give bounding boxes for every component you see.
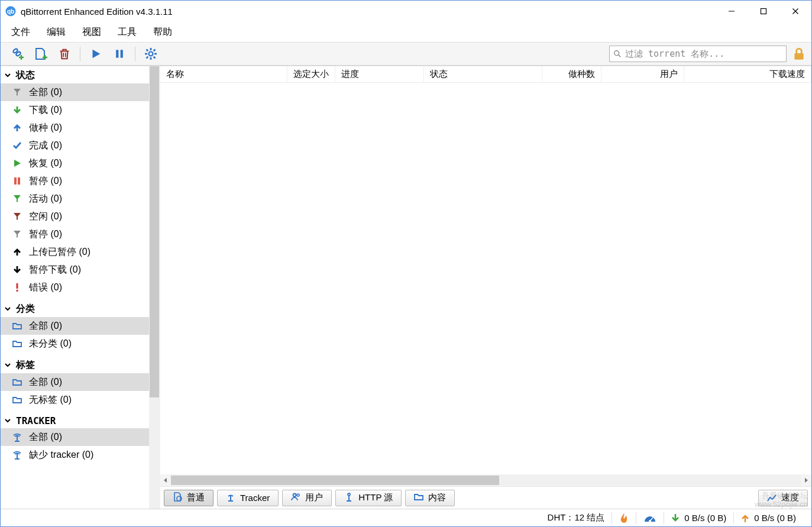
sidebar-item-label: 全部 (0)	[29, 86, 62, 99]
sidebar-item-label: 恢复 (0)	[29, 157, 62, 170]
sidebar-section-header[interactable]: 状态	[1, 67, 149, 83]
sidebar-item[interactable]: 无标签 (0)	[1, 391, 149, 409]
svg-rect-27	[794, 53, 803, 60]
chevron-down-icon	[4, 360, 11, 371]
sidebar-scroll-thumb[interactable]	[150, 66, 159, 397]
sidebar-section-header[interactable]: 标签	[1, 357, 149, 373]
svg-line-21	[147, 50, 148, 51]
add-torrent-button[interactable]	[30, 44, 51, 63]
svg-rect-28	[14, 177, 17, 185]
tab-Tracker[interactable]: Tracker	[217, 490, 279, 506]
sidebar-item[interactable]: 空闲 (0)	[1, 208, 149, 225]
funnel-maroon-icon	[11, 212, 23, 221]
arrow-up-black-icon	[11, 247, 23, 257]
sidebar-item[interactable]: 活动 (0)	[1, 190, 149, 208]
status-upload[interactable]: 0 B/s (0 B)	[734, 513, 803, 523]
sidebar-item[interactable]: 恢复 (0)	[1, 154, 149, 172]
sidebar-item[interactable]: 上传已暂停 (0)	[1, 243, 149, 261]
sidebar-item-label: 暂停 (0)	[29, 175, 62, 187]
sidebar-item[interactable]: 全部 (0)	[1, 373, 149, 391]
sidebar-item[interactable]: 错误 (0)	[1, 279, 149, 296]
tracker-blue-icon	[11, 450, 23, 460]
sidebar-item[interactable]: 全部 (0)	[1, 428, 149, 446]
menu-tools[interactable]: 工具	[109, 24, 145, 41]
http-icon	[344, 492, 354, 503]
sidebar-item[interactable]: 全部 (0)	[1, 317, 149, 335]
torrent-list[interactable]	[160, 83, 811, 474]
sidebar-item[interactable]: 下载 (0)	[1, 101, 149, 119]
bang-red-icon	[11, 283, 23, 292]
scroll-left-button[interactable]	[160, 475, 171, 486]
column-headers[interactable]: 名称 选定大小 进度 状态 做种数 用户 下载速度	[160, 66, 811, 83]
tab-用户[interactable]: 用户	[282, 490, 332, 506]
maximize-button[interactable]	[748, 1, 779, 22]
col-name[interactable]: 名称	[160, 66, 287, 82]
sidebar-section-title: 分类	[16, 303, 35, 315]
status-download[interactable]: 0 B/s (0 B)	[664, 513, 733, 523]
status-dht[interactable]: DHT：12 结点	[541, 512, 612, 523]
sidebar-item[interactable]: 暂停 (0)	[1, 225, 149, 243]
sidebar-item[interactable]: 缺少 tracker (0)	[1, 446, 149, 464]
scroll-track[interactable]	[171, 475, 801, 486]
pause-red-icon	[11, 176, 23, 186]
watermark: 吾爱破解论坛 www.52pojie.cn	[755, 492, 808, 509]
svg-line-26	[619, 55, 621, 57]
col-peers[interactable]: 用户	[601, 66, 684, 82]
svg-rect-3	[761, 9, 766, 14]
col-status[interactable]: 状态	[424, 66, 542, 82]
sidebar-section-title: 标签	[16, 359, 35, 371]
sidebar-item[interactable]: 暂停 (0)	[1, 172, 149, 190]
col-size[interactable]: 选定大小	[287, 66, 335, 82]
close-button[interactable]	[779, 1, 811, 22]
col-seeds[interactable]: 做种数	[542, 66, 601, 82]
tab-内容[interactable]: 内容	[405, 490, 455, 506]
col-dlspeed[interactable]: 下载速度	[684, 66, 811, 82]
svg-point-16	[149, 52, 153, 56]
tracker-blue-icon	[11, 432, 23, 442]
tab-普通[interactable]: 普通	[164, 490, 213, 506]
settings-button[interactable]	[140, 44, 161, 63]
scroll-right-button[interactable]	[801, 475, 811, 486]
pause-button[interactable]	[109, 44, 130, 63]
sidebar-item-label: 下载 (0)	[29, 104, 62, 117]
sidebar-item[interactable]: 全部 (0)	[1, 83, 149, 101]
flame-icon	[619, 513, 629, 523]
main-panel: 名称 选定大小 进度 状态 做种数 用户 下载速度 普通Tracker用户HTT…	[160, 66, 811, 509]
svg-text:qb: qb	[7, 8, 14, 15]
sidebar-scrollbar[interactable]	[149, 66, 160, 509]
menu-view[interactable]: 视图	[74, 24, 109, 41]
sidebar-item[interactable]: 未分类 (0)	[1, 335, 149, 353]
lock-button[interactable]	[791, 46, 807, 62]
sidebar-section-header[interactable]: 分类	[1, 301, 149, 317]
resume-button[interactable]	[85, 44, 106, 63]
menu-edit[interactable]: 编辑	[38, 24, 74, 41]
scroll-thumb[interactable]	[171, 476, 499, 485]
col-progress[interactable]: 进度	[335, 66, 424, 82]
sidebar-item-label: 无标签 (0)	[29, 394, 72, 406]
status-bar: 吾爱破解论坛 www.52pojie.cn DHT：12 结点 0 B/s (0…	[1, 509, 811, 526]
tab-HTTP 源[interactable]: HTTP 源	[335, 490, 402, 506]
check-blue-icon	[11, 141, 23, 150]
add-link-button[interactable]	[7, 44, 28, 63]
sidebar-section-header[interactable]: TRACKER	[1, 413, 149, 428]
sidebar-item[interactable]: 做种 (0)	[1, 119, 149, 137]
sidebar-section-title: 状态	[16, 69, 35, 82]
status-altspeed[interactable]	[636, 514, 664, 522]
sidebar-item[interactable]: 完成 (0)	[1, 137, 149, 154]
sidebar-item[interactable]: 暂停下载 (0)	[1, 261, 149, 279]
status-firewall[interactable]	[612, 513, 636, 523]
delete-button[interactable]	[54, 44, 75, 63]
svg-rect-30	[17, 283, 18, 289]
search-icon	[613, 50, 622, 58]
menu-help[interactable]: 帮助	[145, 24, 180, 41]
filter-input[interactable]: 过滤 torrent 名称...	[609, 46, 787, 62]
sidebar-item-label: 活动 (0)	[29, 193, 62, 205]
menu-file[interactable]: 文件	[3, 24, 38, 41]
horizontal-scrollbar[interactable]	[160, 474, 811, 486]
tab-label: HTTP 源	[358, 492, 393, 503]
chevron-down-icon	[4, 70, 11, 81]
minimize-button[interactable]	[716, 1, 748, 22]
sidebar-item-label: 全部 (0)	[29, 320, 62, 332]
play-green-icon	[11, 159, 23, 168]
toolbar-separator	[135, 47, 135, 61]
